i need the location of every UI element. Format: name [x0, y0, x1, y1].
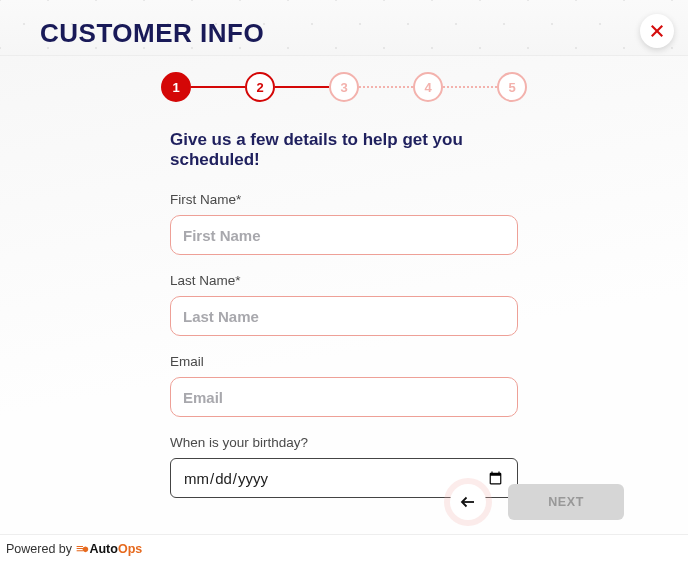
- first-name-label: First Name*: [170, 192, 518, 207]
- step-5: 5: [497, 72, 527, 102]
- powered-by-footer: Powered by ≡● AutoOps: [0, 534, 688, 562]
- first-name-input[interactable]: [170, 215, 518, 255]
- step-connector: [359, 86, 413, 88]
- close-icon: [650, 24, 664, 38]
- first-name-block: First Name*: [170, 192, 518, 255]
- body: 1 2 3 4 5 Give us a few details to help …: [0, 56, 688, 534]
- last-name-input[interactable]: [170, 296, 518, 336]
- brand-ops: Ops: [118, 542, 142, 556]
- brand-logo: ≡● AutoOps: [76, 541, 142, 556]
- header: CUSTOMER INFO: [0, 0, 688, 56]
- step-connector: [443, 86, 497, 88]
- step-2: 2: [245, 72, 275, 102]
- email-label: Email: [170, 354, 518, 369]
- birthday-label: When is your birthday?: [170, 435, 518, 450]
- email-input[interactable]: [170, 377, 518, 417]
- brand-icon: ≡●: [76, 541, 87, 556]
- back-button[interactable]: [450, 484, 486, 520]
- page-title: CUSTOMER INFO: [40, 18, 688, 49]
- progress-stepper: 1 2 3 4 5: [0, 56, 688, 102]
- next-button[interactable]: NEXT: [508, 484, 624, 520]
- brand-auto: Auto: [89, 542, 117, 556]
- arrow-left-icon: [459, 493, 477, 511]
- step-1: 1: [161, 72, 191, 102]
- step-4: 4: [413, 72, 443, 102]
- close-button[interactable]: [640, 14, 674, 48]
- last-name-label: Last Name*: [170, 273, 518, 288]
- email-block: Email: [170, 354, 518, 417]
- form-subtitle: Give us a few details to help get you sc…: [170, 130, 518, 170]
- step-connector: [191, 86, 245, 88]
- step-3: 3: [329, 72, 359, 102]
- last-name-block: Last Name*: [170, 273, 518, 336]
- step-connector: [275, 86, 329, 88]
- powered-by-label: Powered by: [6, 542, 72, 556]
- customer-form: Give us a few details to help get you sc…: [170, 130, 518, 498]
- footer-actions: NEXT: [450, 484, 624, 520]
